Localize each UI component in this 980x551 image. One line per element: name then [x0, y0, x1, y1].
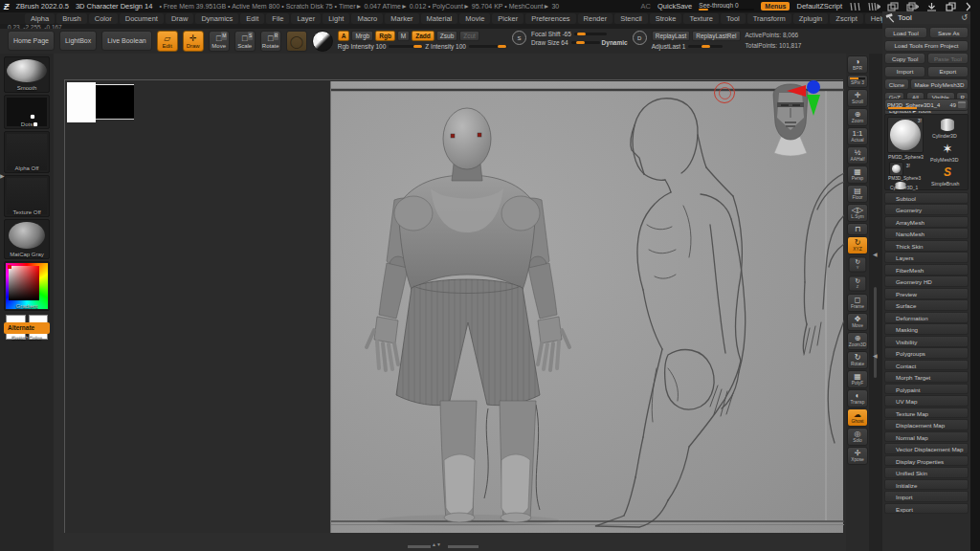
- right-shelf-button[interactable]: ↻ Y: [849, 256, 867, 272]
- zcut-button[interactable]: Zcut: [459, 31, 479, 41]
- subpalette-row[interactable]: Masking: [884, 323, 969, 335]
- subpalette-row[interactable]: Export: [884, 503, 969, 515]
- subpalette-row[interactable]: Polypaint: [884, 384, 969, 395]
- subpalette-row[interactable]: Displacement Map: [884, 419, 969, 430]
- menu-item[interactable]: Draw: [166, 13, 194, 24]
- layers-play-icon[interactable]: [906, 2, 919, 11]
- subpalette-row[interactable]: Morph Target: [884, 371, 969, 383]
- color-picker[interactable]: Gradient: [4, 261, 50, 311]
- right-shelf-button[interactable]: ◻ Frame: [847, 294, 868, 312]
- menu-item[interactable]: Render: [578, 13, 613, 24]
- menu-item[interactable]: Color: [89, 13, 118, 24]
- edit-button[interactable]: ▱ Edit: [157, 31, 178, 52]
- menu-item[interactable]: Edit: [240, 13, 264, 24]
- paste-tool-button[interactable]: Paste Tool: [927, 53, 969, 64]
- menu-item[interactable]: Marker: [385, 13, 418, 24]
- menu-item[interactable]: Light: [323, 13, 349, 24]
- right-shelf-button[interactable]: ▤ Floor: [847, 185, 868, 203]
- palette-undo-icon[interactable]: ↺: [961, 13, 968, 22]
- subpalette-row[interactable]: Visibility: [884, 336, 969, 347]
- menu-item[interactable]: Dynamics: [195, 13, 238, 24]
- subpalette-row[interactable]: Preview: [884, 288, 969, 299]
- tool-item-sphere-small[interactable]: 3!: [889, 162, 903, 176]
- adjust-last-slider[interactable]: AdjustLast 1: [652, 43, 724, 50]
- subpalette-row[interactable]: Thick Skin: [884, 240, 969, 252]
- right-shelf-button[interactable]: ◎ Solo: [847, 428, 868, 446]
- subpalette-row[interactable]: Initialize: [884, 479, 969, 491]
- quicksave-button[interactable]: QuickSave: [657, 2, 692, 11]
- make-polymesh3d-button[interactable]: Make PolyMesh3D: [910, 78, 969, 90]
- menu-item[interactable]: Alpha: [25, 13, 55, 24]
- copy-tool-button[interactable]: Copy Tool: [884, 53, 925, 64]
- see-through-slider[interactable]: See-through 0: [699, 2, 754, 11]
- right-shelf-button[interactable]: ↻ Rotate: [847, 351, 868, 369]
- subpalette-row[interactable]: Vector Displacement Map: [884, 443, 969, 454]
- menu-item[interactable]: Layer: [291, 13, 321, 24]
- subpalette-row[interactable]: Normal Map: [884, 431, 969, 443]
- save-as-button[interactable]: Save As: [929, 27, 969, 38]
- active-tool-slot[interactable]: PM3D_Sphere3D1_4 49: [884, 99, 969, 111]
- load-tools-from-project-button[interactable]: Load Tools From Project: [884, 40, 969, 52]
- right-shelf-button[interactable]: ⊓: [847, 223, 868, 235]
- document-reference-area[interactable]: [330, 81, 843, 533]
- subpalette-row[interactable]: Surface: [884, 299, 969, 311]
- layers-icon[interactable]: [887, 2, 900, 11]
- move-button[interactable]: □M Move: [209, 31, 230, 52]
- tool-palette-header[interactable]: Tool ↺: [882, 11, 970, 24]
- right-shelf-button[interactable]: ✢ Xpose: [847, 447, 868, 465]
- menu-item[interactable]: Texture: [683, 13, 719, 24]
- right-shelf-button[interactable]: ◐ Transp: [847, 389, 868, 408]
- draw-button[interactable]: ✛ Draw: [183, 31, 204, 52]
- subpalette-row[interactable]: Geometry: [884, 204, 969, 215]
- draw-size-slider[interactable]: Draw Size 64: [531, 39, 600, 46]
- clone-button[interactable]: Clone: [884, 78, 909, 90]
- left-shelf-collapse-handle[interactable]: ▶: [0, 172, 5, 179]
- tool-item-sphere-large[interactable]: 3!: [887, 117, 924, 153]
- right-shelf-button[interactable]: ✛ Scroll: [847, 89, 868, 107]
- dynamic-label[interactable]: Dynamic: [602, 39, 628, 46]
- menu-item[interactable]: Material: [421, 13, 458, 24]
- subpalette-row[interactable]: Display Properties: [884, 455, 969, 467]
- home-page-button[interactable]: Home Page: [8, 31, 55, 51]
- strokes-play-icon[interactable]: [868, 2, 880, 11]
- lightbox-button[interactable]: LightBox: [59, 31, 97, 51]
- a-polyframe-button[interactable]: A: [338, 31, 350, 41]
- subpalette-row[interactable]: Subtool: [884, 192, 969, 204]
- right-shelf-button[interactable]: ◑ BPR: [847, 55, 868, 74]
- subpalette-row[interactable]: Layers: [884, 252, 969, 263]
- rgb-intensity-slider[interactable]: Rgb Intensity 100: [338, 43, 424, 50]
- texture-selector[interactable]: Texture Off: [4, 175, 50, 217]
- menu-item[interactable]: Zscript: [830, 13, 863, 24]
- subpalette-row[interactable]: UV Map: [884, 395, 969, 407]
- load-tool-button[interactable]: Load Tool: [884, 27, 927, 38]
- menu-item[interactable]: Stroke: [650, 13, 682, 24]
- live-boolean-button[interactable]: Live Boolean: [101, 31, 151, 51]
- right-shelf-button[interactable]: ½ AAHalf: [847, 146, 868, 165]
- menu-item[interactable]: Brush: [56, 13, 87, 24]
- tool-item-cylinder[interactable]: [929, 117, 966, 133]
- right-shelf-button[interactable]: ▦ PolyF: [847, 370, 868, 388]
- rotate-button[interactable]: □R Rotate: [260, 31, 281, 52]
- menu-item[interactable]: Transform: [747, 13, 791, 24]
- menu-item[interactable]: Stencil: [614, 13, 648, 24]
- menu-item[interactable]: Preferences: [525, 13, 575, 24]
- alpha-selector[interactable]: Alpha Off: [4, 131, 50, 173]
- camera-axis-gizmo[interactable]: [787, 80, 829, 119]
- subpalette-row[interactable]: Deformation: [884, 312, 969, 323]
- menu-item[interactable]: Macro: [351, 13, 383, 24]
- subpalette-row[interactable]: NanoMesh: [884, 228, 969, 239]
- zadd-button[interactable]: Zadd: [412, 31, 434, 41]
- current-brush-button[interactable]: ◯: [286, 31, 307, 52]
- replay-last-rel-button[interactable]: ReplayLastRel: [692, 31, 740, 41]
- right-shelf-button[interactable]: ✥ Move: [847, 313, 868, 331]
- menu-item[interactable]: Document: [120, 13, 164, 24]
- menu-item[interactable]: Movie: [459, 13, 490, 24]
- zsub-button[interactable]: Zsub: [436, 31, 457, 41]
- subpalette-row[interactable]: Import: [884, 491, 969, 502]
- restore-button[interactable]: [945, 2, 957, 11]
- tool-item-simplebrush[interactable]: S: [929, 165, 966, 181]
- trash-icon[interactable]: [958, 101, 966, 108]
- default-zscript-button[interactable]: DefaultZScript: [796, 2, 842, 11]
- tool-item-polymesh3d[interactable]: ✶: [929, 141, 966, 157]
- subpalette-row[interactable]: Geometry HD: [884, 276, 969, 287]
